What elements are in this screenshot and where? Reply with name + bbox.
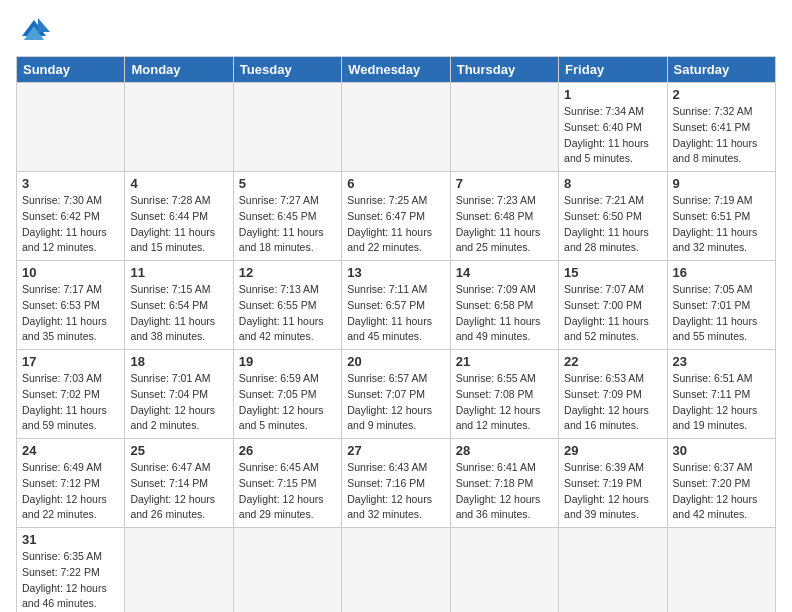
- day-number: 20: [347, 354, 444, 369]
- day-number: 18: [130, 354, 227, 369]
- calendar-cell: 11Sunrise: 7:15 AM Sunset: 6:54 PM Dayli…: [125, 261, 233, 350]
- calendar-cell: 4Sunrise: 7:28 AM Sunset: 6:44 PM Daylig…: [125, 172, 233, 261]
- day-header-sunday: Sunday: [17, 57, 125, 83]
- calendar-cell: 23Sunrise: 6:51 AM Sunset: 7:11 PM Dayli…: [667, 350, 775, 439]
- day-info: Sunrise: 6:45 AM Sunset: 7:15 PM Dayligh…: [239, 460, 336, 523]
- calendar-week-row: 31Sunrise: 6:35 AM Sunset: 7:22 PM Dayli…: [17, 528, 776, 613]
- day-number: 25: [130, 443, 227, 458]
- day-header-friday: Friday: [559, 57, 667, 83]
- day-info: Sunrise: 6:57 AM Sunset: 7:07 PM Dayligh…: [347, 371, 444, 434]
- calendar-cell: 14Sunrise: 7:09 AM Sunset: 6:58 PM Dayli…: [450, 261, 558, 350]
- day-number: 15: [564, 265, 661, 280]
- day-info: Sunrise: 7:05 AM Sunset: 7:01 PM Dayligh…: [673, 282, 770, 345]
- calendar-cell: 31Sunrise: 6:35 AM Sunset: 7:22 PM Dayli…: [17, 528, 125, 613]
- day-info: Sunrise: 7:21 AM Sunset: 6:50 PM Dayligh…: [564, 193, 661, 256]
- day-number: 4: [130, 176, 227, 191]
- calendar-cell: 25Sunrise: 6:47 AM Sunset: 7:14 PM Dayli…: [125, 439, 233, 528]
- day-info: Sunrise: 7:17 AM Sunset: 6:53 PM Dayligh…: [22, 282, 119, 345]
- calendar-cell: [559, 528, 667, 613]
- day-number: 23: [673, 354, 770, 369]
- day-number: 27: [347, 443, 444, 458]
- calendar-cell: [342, 528, 450, 613]
- calendar-header-row: SundayMondayTuesdayWednesdayThursdayFrid…: [17, 57, 776, 83]
- day-info: Sunrise: 7:23 AM Sunset: 6:48 PM Dayligh…: [456, 193, 553, 256]
- day-number: 2: [673, 87, 770, 102]
- day-number: 26: [239, 443, 336, 458]
- calendar-cell: 12Sunrise: 7:13 AM Sunset: 6:55 PM Dayli…: [233, 261, 341, 350]
- calendar-cell: [17, 83, 125, 172]
- day-number: 8: [564, 176, 661, 191]
- day-header-wednesday: Wednesday: [342, 57, 450, 83]
- calendar-cell: [450, 83, 558, 172]
- day-info: Sunrise: 6:53 AM Sunset: 7:09 PM Dayligh…: [564, 371, 661, 434]
- calendar-cell: 16Sunrise: 7:05 AM Sunset: 7:01 PM Dayli…: [667, 261, 775, 350]
- day-info: Sunrise: 6:43 AM Sunset: 7:16 PM Dayligh…: [347, 460, 444, 523]
- calendar-week-row: 10Sunrise: 7:17 AM Sunset: 6:53 PM Dayli…: [17, 261, 776, 350]
- calendar-cell: 22Sunrise: 6:53 AM Sunset: 7:09 PM Dayli…: [559, 350, 667, 439]
- calendar-cell: 19Sunrise: 6:59 AM Sunset: 7:05 PM Dayli…: [233, 350, 341, 439]
- day-header-saturday: Saturday: [667, 57, 775, 83]
- day-info: Sunrise: 6:51 AM Sunset: 7:11 PM Dayligh…: [673, 371, 770, 434]
- calendar-cell: 6Sunrise: 7:25 AM Sunset: 6:47 PM Daylig…: [342, 172, 450, 261]
- calendar-table: SundayMondayTuesdayWednesdayThursdayFrid…: [16, 56, 776, 612]
- day-number: 12: [239, 265, 336, 280]
- day-number: 13: [347, 265, 444, 280]
- day-info: Sunrise: 7:09 AM Sunset: 6:58 PM Dayligh…: [456, 282, 553, 345]
- day-number: 6: [347, 176, 444, 191]
- calendar-week-row: 24Sunrise: 6:49 AM Sunset: 7:12 PM Dayli…: [17, 439, 776, 528]
- day-info: Sunrise: 7:01 AM Sunset: 7:04 PM Dayligh…: [130, 371, 227, 434]
- day-number: 30: [673, 443, 770, 458]
- day-number: 31: [22, 532, 119, 547]
- day-number: 21: [456, 354, 553, 369]
- calendar-cell: 8Sunrise: 7:21 AM Sunset: 6:50 PM Daylig…: [559, 172, 667, 261]
- calendar-cell: [450, 528, 558, 613]
- page-header: [16, 16, 776, 48]
- day-number: 16: [673, 265, 770, 280]
- calendar-cell: 2Sunrise: 7:32 AM Sunset: 6:41 PM Daylig…: [667, 83, 775, 172]
- calendar-cell: 26Sunrise: 6:45 AM Sunset: 7:15 PM Dayli…: [233, 439, 341, 528]
- calendar-cell: [125, 528, 233, 613]
- calendar-cell: [342, 83, 450, 172]
- logo: [16, 16, 56, 48]
- calendar-cell: 18Sunrise: 7:01 AM Sunset: 7:04 PM Dayli…: [125, 350, 233, 439]
- day-number: 7: [456, 176, 553, 191]
- day-info: Sunrise: 7:27 AM Sunset: 6:45 PM Dayligh…: [239, 193, 336, 256]
- calendar-cell: [233, 528, 341, 613]
- calendar-week-row: 17Sunrise: 7:03 AM Sunset: 7:02 PM Dayli…: [17, 350, 776, 439]
- day-info: Sunrise: 7:32 AM Sunset: 6:41 PM Dayligh…: [673, 104, 770, 167]
- calendar-cell: 5Sunrise: 7:27 AM Sunset: 6:45 PM Daylig…: [233, 172, 341, 261]
- day-info: Sunrise: 6:35 AM Sunset: 7:22 PM Dayligh…: [22, 549, 119, 612]
- calendar-cell: 24Sunrise: 6:49 AM Sunset: 7:12 PM Dayli…: [17, 439, 125, 528]
- day-info: Sunrise: 6:59 AM Sunset: 7:05 PM Dayligh…: [239, 371, 336, 434]
- day-header-monday: Monday: [125, 57, 233, 83]
- calendar-week-row: 1Sunrise: 7:34 AM Sunset: 6:40 PM Daylig…: [17, 83, 776, 172]
- day-number: 19: [239, 354, 336, 369]
- day-number: 11: [130, 265, 227, 280]
- day-info: Sunrise: 6:41 AM Sunset: 7:18 PM Dayligh…: [456, 460, 553, 523]
- calendar-cell: 30Sunrise: 6:37 AM Sunset: 7:20 PM Dayli…: [667, 439, 775, 528]
- day-info: Sunrise: 6:37 AM Sunset: 7:20 PM Dayligh…: [673, 460, 770, 523]
- day-info: Sunrise: 7:25 AM Sunset: 6:47 PM Dayligh…: [347, 193, 444, 256]
- day-header-thursday: Thursday: [450, 57, 558, 83]
- calendar-cell: 9Sunrise: 7:19 AM Sunset: 6:51 PM Daylig…: [667, 172, 775, 261]
- day-number: 5: [239, 176, 336, 191]
- calendar-cell: 10Sunrise: 7:17 AM Sunset: 6:53 PM Dayli…: [17, 261, 125, 350]
- day-info: Sunrise: 6:55 AM Sunset: 7:08 PM Dayligh…: [456, 371, 553, 434]
- calendar-cell: [125, 83, 233, 172]
- day-info: Sunrise: 6:49 AM Sunset: 7:12 PM Dayligh…: [22, 460, 119, 523]
- day-number: 17: [22, 354, 119, 369]
- calendar-cell: 21Sunrise: 6:55 AM Sunset: 7:08 PM Dayli…: [450, 350, 558, 439]
- day-info: Sunrise: 6:47 AM Sunset: 7:14 PM Dayligh…: [130, 460, 227, 523]
- day-info: Sunrise: 7:15 AM Sunset: 6:54 PM Dayligh…: [130, 282, 227, 345]
- day-info: Sunrise: 7:30 AM Sunset: 6:42 PM Dayligh…: [22, 193, 119, 256]
- day-info: Sunrise: 7:13 AM Sunset: 6:55 PM Dayligh…: [239, 282, 336, 345]
- day-number: 22: [564, 354, 661, 369]
- day-number: 1: [564, 87, 661, 102]
- day-number: 29: [564, 443, 661, 458]
- day-header-tuesday: Tuesday: [233, 57, 341, 83]
- day-info: Sunrise: 7:28 AM Sunset: 6:44 PM Dayligh…: [130, 193, 227, 256]
- day-info: Sunrise: 7:03 AM Sunset: 7:02 PM Dayligh…: [22, 371, 119, 434]
- day-number: 14: [456, 265, 553, 280]
- day-number: 10: [22, 265, 119, 280]
- day-number: 3: [22, 176, 119, 191]
